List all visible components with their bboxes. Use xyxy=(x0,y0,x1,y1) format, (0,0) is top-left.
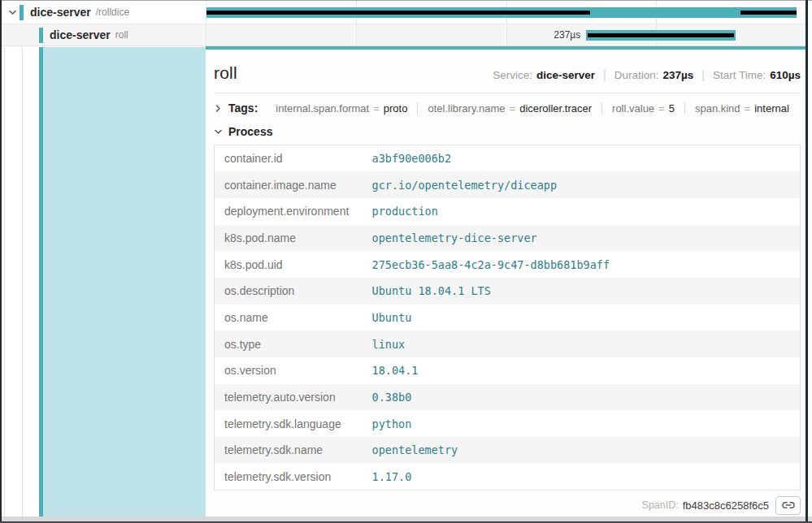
tag-value: diceroller.tracer xyxy=(519,102,592,115)
chevron-down-icon[interactable] xyxy=(214,128,223,136)
process-value: opentelemetry xyxy=(363,437,801,464)
deep-link-button[interactable] xyxy=(775,496,801,515)
timeline-track-rolldice[interactable] xyxy=(206,1,805,24)
selected-span-highlight[interactable] xyxy=(43,47,206,518)
table-row: container.ida3bf90e006b2 xyxy=(215,145,801,172)
operation-name: roll xyxy=(115,29,128,41)
process-key: telemetry.sdk.language xyxy=(215,410,363,437)
process-key: os.version xyxy=(215,357,363,384)
tag-key: roll.value xyxy=(612,102,654,115)
tag-internal-span-format: internal.span.format = proto xyxy=(266,102,417,115)
tag-equals: = xyxy=(658,102,665,115)
span-row-roll-name-column[interactable]: dice-server roll xyxy=(2,24,206,45)
tag-value: 5 xyxy=(669,102,675,115)
selected-span-left-rail xyxy=(2,47,206,518)
table-row: container.image.namegcr.io/opentelemetry… xyxy=(215,171,801,198)
window-border-top xyxy=(0,0,812,1)
window-border-left xyxy=(0,0,2,523)
process-key: container.id xyxy=(215,145,363,172)
chevron-down-icon[interactable] xyxy=(8,8,17,17)
process-label: Process xyxy=(228,125,272,138)
process-key: telemetry.auto.version xyxy=(215,384,363,411)
table-row: os.typelinux xyxy=(215,331,801,357)
tag-roll-value: roll.value = 5 xyxy=(601,102,684,115)
span-detail-header: roll Service: dice-server | Duration: 23… xyxy=(214,63,801,83)
tag-equals: = xyxy=(745,102,751,115)
table-row: os.descriptionUbuntu 18.04.1 LTS xyxy=(215,278,801,305)
span-title: roll xyxy=(214,63,237,83)
span-duration-label: 237µs xyxy=(206,24,586,46)
process-key: os.name xyxy=(215,305,363,331)
tag-key: otel.library.name xyxy=(428,102,505,115)
service-name: dice-server xyxy=(50,28,111,41)
meta-service: Service: dice-server xyxy=(493,69,595,81)
meta-separator: | xyxy=(603,68,606,81)
table-row: k8s.pod.uid275ecb36-5aa8-4c2a-9c47-d8bb6… xyxy=(215,251,801,278)
tag-equals: = xyxy=(510,102,516,115)
meta-label: Service: xyxy=(493,69,532,81)
span-bar-stripe xyxy=(588,33,734,37)
tag-equals: = xyxy=(373,102,380,115)
tags-accordion-header[interactable]: Tags: internal.span.format = proto otel.… xyxy=(214,102,801,115)
tag-span-kind: span.kind = internal xyxy=(684,102,799,115)
process-key: k8s.pod.uid xyxy=(215,251,363,278)
span-bar-roll[interactable] xyxy=(586,30,736,41)
span-row-rolldice[interactable]: dice-server /rolldice xyxy=(2,1,805,24)
process-key: telemetry.sdk.version xyxy=(215,464,363,491)
table-row: telemetry.sdk.version1.17.0 xyxy=(215,464,801,491)
span-meta: Service: dice-server | Duration: 237µs |… xyxy=(493,68,801,81)
table-row: telemetry.sdk.nameopentelemetry xyxy=(215,437,801,464)
process-key: os.type xyxy=(215,331,363,357)
process-key-value-table: container.ida3bf90e006b2 container.image… xyxy=(214,145,801,491)
process-key: os.description xyxy=(215,278,363,305)
meta-value: dice-server xyxy=(536,69,595,81)
tree-indent-guide xyxy=(22,47,23,517)
process-value: 1.17.0 xyxy=(363,464,801,491)
tags-label: Tags: xyxy=(228,102,258,115)
header-divider xyxy=(214,93,801,93)
timeline-track-roll[interactable]: 237µs xyxy=(206,24,805,45)
span-color-chip xyxy=(39,28,43,43)
process-value: production xyxy=(363,198,801,225)
meta-label: Duration: xyxy=(614,69,659,81)
span-row-roll-selected[interactable]: dice-server roll 237µs xyxy=(2,24,805,46)
table-row: deployment.environmentproduction xyxy=(215,198,801,225)
tag-key: internal.span.format xyxy=(276,102,369,115)
link-icon xyxy=(782,499,795,512)
span-bar-self-time-segment xyxy=(740,11,797,15)
process-key: telemetry.sdk.name xyxy=(215,437,363,464)
table-row: k8s.pod.nameopentelemetry-dice-server xyxy=(215,225,801,252)
table-row: telemetry.auto.version0.38b0 xyxy=(215,384,801,411)
process-accordion-header[interactable]: Process xyxy=(214,125,801,138)
meta-start-time: Start Time: 610µs xyxy=(713,69,801,81)
meta-value: 237µs xyxy=(662,69,693,81)
table-row: os.nameUbuntu xyxy=(215,305,801,331)
process-key: deployment.environment xyxy=(215,198,363,225)
spanid-value: fb483c8c6258f6c5 xyxy=(683,499,769,512)
process-value: 18.04.1 xyxy=(363,357,801,384)
chevron-right-icon[interactable] xyxy=(214,104,223,113)
meta-duration: Duration: 237µs xyxy=(614,69,694,81)
meta-value: 610µs xyxy=(770,69,801,81)
tag-key: span.kind xyxy=(695,102,740,115)
process-value: 0.38b0 xyxy=(363,384,801,411)
meta-label: Start Time: xyxy=(713,69,766,81)
tree-indent-guide xyxy=(4,47,5,517)
process-value: a3bf90e006b2 xyxy=(363,145,801,172)
span-detail-footer: SpanID: fb483c8c6258f6c5 xyxy=(214,496,801,515)
tag-value: internal xyxy=(754,102,789,115)
process-key: container.image.name xyxy=(215,171,363,198)
process-value: Ubuntu 18.04.1 LTS xyxy=(363,278,801,305)
span-bar-self-time-segment xyxy=(206,11,590,15)
meta-separator: | xyxy=(701,68,705,81)
table-row: telemetry.sdk.languagepython xyxy=(215,410,801,437)
span-detail-card: roll Service: dice-server | Duration: 23… xyxy=(206,46,805,517)
tag-value: proto xyxy=(384,102,408,115)
service-name: dice-server xyxy=(30,6,91,19)
process-value: opentelemetry-dice-server xyxy=(363,225,801,252)
process-value: gcr.io/opentelemetry/diceapp xyxy=(363,171,801,198)
process-key: k8s.pod.name xyxy=(215,225,363,252)
spanid-label: SpanID: xyxy=(642,499,679,511)
trace-timeline-rows: dice-server /rolldice dice-server roll 2… xyxy=(2,1,805,47)
span-row-rolldice-name-column[interactable]: dice-server /rolldice xyxy=(2,1,206,24)
